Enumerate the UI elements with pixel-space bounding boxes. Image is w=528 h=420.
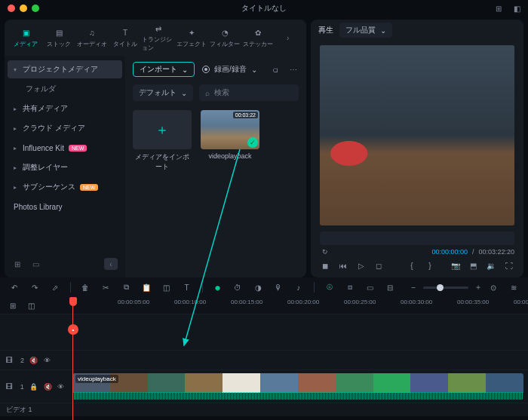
marker-tool-icon[interactable]: ▭ [364,282,375,293]
track-video-icon[interactable]: 🎞 [6,357,15,364]
tab-sticker[interactable]: ✿ ステッカー [241,21,275,54]
timeline-ruler-row: ⊞ ◫ • 00:00:05:00 00:00:10:00 00:00:15:0… [0,297,528,314]
caret-icon: ▸ [14,145,18,152]
zoom-slider[interactable] [423,287,468,289]
track-collapse-icon[interactable]: ◫ [26,300,36,311]
quality-select[interactable]: フル品質 ⌄ [339,23,392,38]
more-icon[interactable]: ⋯ [288,64,299,75]
preview-scrubber[interactable] [320,231,514,245]
track-body[interactable]: videoplayback [72,370,528,403]
next-frame-icon[interactable]: ◻ [373,262,384,270]
record-option[interactable]: 録画/録音 ⌄ [202,64,257,75]
track-body[interactable] [72,351,528,369]
track-name: ビデオ 1 [6,405,32,415]
chevron-down-icon: ⌄ [251,66,257,74]
playhead[interactable]: • [72,297,73,420]
volume-icon[interactable]: 🔉 [486,262,496,270]
lock-icon[interactable]: 🔒 [29,383,38,391]
play-icon[interactable]: ▷ [356,262,367,270]
pointer-icon[interactable]: ⬀ [50,282,60,293]
tabs-next-icon[interactable]: › [287,34,302,42]
copy-icon[interactable]: ⧉ [121,282,131,293]
mixer-icon[interactable]: ≋ [508,282,519,293]
import-tile[interactable]: ＋ メディアをインポート [133,110,192,172]
tab-effect[interactable]: ✦ エフェクト [175,21,208,54]
redo-icon[interactable]: ↷ [29,282,40,293]
layout-toggle-icon[interactable]: ⊞ [493,3,504,14]
import-button[interactable]: インポート ⌄ [133,62,195,77]
tab-audio[interactable]: ♫ オーディオ [75,21,109,54]
visibility-icon[interactable]: 👁 [44,357,53,364]
tab-label: エフェクト [177,40,207,48]
panel-toggle-icon[interactable]: ◧ [511,3,522,14]
mute-icon[interactable]: 🔇 [29,357,38,364]
ai-icon[interactable]: ☻ [213,282,223,293]
sidebar-item-label: Influence Kit [23,144,64,152]
ruler-tick: 00:00:15:00 [231,299,262,305]
music-icon[interactable]: ♪ [293,282,304,293]
mark-in-icon[interactable]: { [407,262,417,270]
tab-filter[interactable]: ◔ フィルター [208,21,241,54]
filter-icon[interactable]: ⫏ [270,64,281,75]
preview-canvas[interactable] [320,45,514,225]
snapshot-icon[interactable]: 📷 [450,262,461,270]
stop-icon[interactable]: ◼ [320,262,330,270]
track-layout-icon[interactable]: ⊞ [8,300,18,311]
sidebar-item-cloud-media[interactable]: ▸ クラウド メディア [8,119,122,137]
prev-frame-icon[interactable]: ⏮ [338,262,348,270]
marker-icon[interactable]: ⬒ [468,262,479,270]
sidebar-item-folder[interactable]: フォルダ [8,80,122,98]
text-icon[interactable]: T [182,282,192,293]
fullscreen-icon[interactable]: ⛶ [504,262,514,270]
link-icon[interactable]: ⧈ [345,282,355,293]
new-bin-icon[interactable]: ⊞ [12,259,23,269]
mute-icon[interactable]: 🔇 [44,383,53,391]
split-icon[interactable]: ✂ [100,282,111,293]
speed-icon[interactable]: ⏱ [232,282,243,293]
timeline-ruler[interactable]: • 00:00:05:00 00:00:10:00 00:00:15:00 00… [72,297,528,314]
visibility-icon[interactable]: 👁 [57,383,66,391]
quality-label: フル品質 [345,25,376,35]
maximize-window-icon[interactable] [32,5,39,12]
zoom-in-icon[interactable]: ＋ [473,282,483,293]
sidebar-item-adjustment-layer[interactable]: ▸ 調整レイヤー [8,158,122,176]
sidebar-item-subsequence[interactable]: ▸ サブシーケンス NEW [8,178,122,196]
tab-transition[interactable]: ⇄ トランジション [142,21,175,54]
tab-media[interactable]: ▣ メディア [9,21,42,54]
audio-tool-icon[interactable]: 🎙 [273,282,284,293]
sidebar-item-photos-library[interactable]: Photos Library [8,198,122,216]
magnet-icon[interactable]: ⦾ [324,282,335,293]
search-input[interactable]: ⌕ 検索 [199,84,299,101]
media-icon: ▣ [20,28,31,38]
zoom-out-icon[interactable]: − [408,282,419,293]
import-label: インポート [140,64,177,75]
track-video-icon[interactable]: 🎞 [6,383,15,391]
loop-icon[interactable]: ↻ [320,248,330,256]
tab-stock[interactable]: ▤ ストック [42,21,75,54]
collapse-sidebar-icon[interactable]: ‹ [104,258,118,270]
new-folder-icon[interactable]: ▭ [30,259,41,269]
caret-icon: ▸ [14,125,18,132]
minimize-window-icon[interactable] [20,5,27,12]
sidebar-item-project-media[interactable]: ▾ プロジェクトメディア [8,60,122,78]
document-title: タイトルなし [241,3,287,14]
clip-label: videoplayback [75,375,118,383]
color-icon[interactable]: ◑ [253,282,263,293]
paste-icon[interactable]: 📋 [141,282,152,293]
transition-icon: ⇄ [153,23,164,34]
close-window-icon[interactable] [8,5,15,12]
titlebar: タイトルなし ⊞ ◧ [0,0,528,17]
tab-title[interactable]: T タイトル [109,21,142,54]
video-clip[interactable]: videoplayback [72,373,523,400]
delete-icon[interactable]: 🗑 [81,282,91,293]
media-tile[interactable]: 00:03:22 ✓ videoplayback [201,110,259,172]
undo-icon[interactable]: ↶ [9,282,20,293]
mark-out-icon[interactable]: } [425,262,435,270]
render-icon[interactable]: ⊟ [385,282,395,293]
preview-frame [320,45,514,225]
zoom-fit-icon[interactable]: ⊙ [488,282,499,293]
sidebar-item-shared-media[interactable]: ▸ 共有メディア [8,100,122,118]
sidebar-item-influence-kit[interactable]: ▸ Influence Kit NEW [8,139,122,157]
crop-icon[interactable]: ◫ [161,282,172,293]
sort-select[interactable]: デフォルト ⌄ [133,84,193,101]
